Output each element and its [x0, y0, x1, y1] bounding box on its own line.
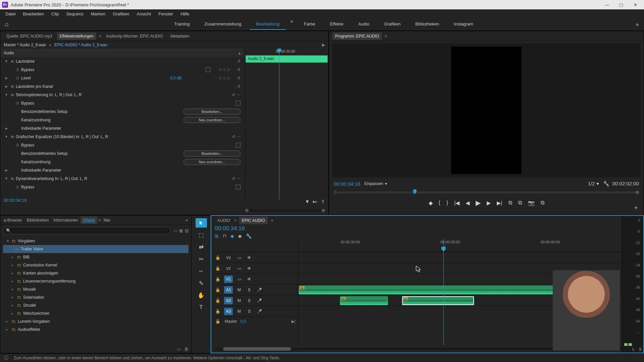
eq-params-disclosure[interactable]: ▶ [4, 169, 9, 172]
reset-icon[interactable]: ↺ [225, 134, 235, 139]
chan-disclosure[interactable]: ▶ [4, 85, 9, 88]
program-scrubber[interactable] [334, 189, 639, 195]
pen-tool[interactable]: ✎ [196, 279, 207, 288]
goto-in-icon[interactable]: |◀ [454, 200, 460, 206]
solo-button[interactable]: S [246, 286, 253, 294]
add-marker-icon[interactable]: ◆ [429, 200, 433, 206]
ec-clip-label[interactable]: EPIC AUDIO * Audio 2_9.wav [54, 43, 107, 47]
ec-timecode[interactable]: 00:00:34:16 [0, 196, 30, 204]
eq-bypass-checkbox[interactable] [236, 143, 240, 147]
program-timecode[interactable]: 00:00:34:16 [334, 181, 360, 187]
level-disclosure[interactable]: ▶ [4, 76, 9, 80]
workspace-menu-icon[interactable]: ≡ [288, 19, 295, 30]
button-editor-plus-icon[interactable]: ＋ [633, 203, 639, 212]
disclosure-icon[interactable]: ▸ [12, 263, 15, 267]
track-a3[interactable]: A3 [224, 308, 233, 315]
maximize-button[interactable]: ▢ [614, 1, 628, 9]
skip-icon[interactable]: ▶| [291, 319, 296, 324]
voice-map-button[interactable]: Neu zuordnen... [183, 117, 240, 123]
track-a1[interactable]: A1 [224, 286, 233, 294]
track-v3[interactable]: V3 [224, 256, 233, 260]
fx-badge-icon[interactable]: fx [9, 84, 16, 88]
razor-tool[interactable]: ✂ [196, 254, 207, 264]
mute-button[interactable]: M [235, 286, 243, 294]
zoom-handle[interactable] [223, 347, 291, 351]
mute-button[interactable]: M [235, 297, 243, 304]
disclosure-icon[interactable]: ▸ [12, 312, 15, 315]
step-back-icon[interactable]: ◀ [466, 200, 470, 206]
disclosure-icon[interactable]: ▸ [12, 280, 15, 283]
fx-badge-icon[interactable]: fx [9, 93, 16, 97]
tab-media-browser[interactable]: a-Browser [2, 217, 24, 224]
new-bin-icon[interactable]: ▭ [177, 347, 181, 352]
toggle-track-output-icon[interactable]: 👁 [246, 265, 253, 272]
workspace-audio[interactable]: Audio [352, 19, 375, 30]
slip-tool[interactable]: ↔ [196, 266, 207, 276]
eq-map-button[interactable]: Neu zuordnen... [183, 159, 240, 165]
audio-clip-a1[interactable]: fx [299, 285, 595, 295]
more-icon[interactable]: ⋯ [236, 134, 240, 139]
eq-setup-button[interactable]: Bearbeiten... [183, 150, 240, 157]
disclosure-icon[interactable]: ▸ [12, 288, 15, 291]
insert-mode-icon[interactable]: ⊞ [215, 233, 219, 239]
tab-metadata[interactable]: Metadaten [168, 33, 192, 40]
workspace-zusammenstellung[interactable]: Zusammenstellung [199, 19, 248, 30]
ec-zoom-track[interactable] [249, 209, 321, 212]
fx-weich[interactable]: Weichzeichner [23, 311, 49, 316]
ec-play-icon[interactable]: ▶ [322, 43, 325, 47]
lock-icon[interactable]: 🔓 [214, 308, 221, 315]
kf-next-icon[interactable]: ▷ [228, 76, 230, 80]
fx-badge-icon[interactable]: fx [9, 135, 16, 139]
workspace-grafiken[interactable]: Grafiken [378, 19, 407, 30]
lock-icon[interactable]: 🔓 [214, 254, 221, 261]
voice-setup-button[interactable]: Bearbeiten... [183, 109, 240, 115]
fx-lumetri[interactable]: Lumetri-Vorgaben [18, 319, 50, 324]
dyn-disclosure[interactable]: ▼ [4, 177, 9, 180]
reset-icon[interactable]: ↺ [230, 84, 240, 89]
kf-add-icon[interactable]: ◇ [223, 76, 226, 80]
ec-master-label[interactable]: Master * Audio 2_9.wav [4, 43, 46, 47]
time-ruler[interactable]: 00:00:30:00 00:00:35:00 00:00:40:00 00:1 [299, 239, 643, 252]
fx-mosaik[interactable]: Mosaik [23, 287, 36, 292]
snap-icon[interactable]: ⊓ [223, 233, 226, 239]
reset-icon[interactable]: ↺ [230, 59, 240, 64]
menu-datei[interactable]: Datei [2, 10, 19, 18]
voice-over-icon[interactable]: 🎤 [256, 297, 263, 304]
mark-out-icon[interactable]: } [446, 200, 448, 206]
voice-params-disclosure[interactable]: ▶ [4, 127, 9, 130]
home-button[interactable]: ⌂ [0, 18, 13, 31]
fx-accel-filter-icon[interactable]: ▦ [179, 228, 183, 233]
workspace-farbe[interactable]: Farbe [298, 19, 321, 30]
comparison-icon[interactable]: ⧉ [541, 200, 544, 206]
effect-controls-timeline[interactable]: 00:00:35:00 Audio 2_9.wav [245, 49, 328, 199]
mark-in-icon[interactable]: { [439, 200, 440, 206]
lift-icon[interactable]: ⧉ [508, 200, 512, 206]
workspace-effekte[interactable]: Effekte [324, 19, 350, 30]
timeline-settings-icon[interactable]: 🔧 [246, 233, 252, 239]
ripple-edit-tool[interactable]: ⇄ [196, 242, 207, 252]
type-tool[interactable]: T [196, 303, 207, 312]
disclosure-icon[interactable]: ▸ [12, 272, 15, 275]
mute-button[interactable]: M [235, 308, 243, 315]
eq-disclosure[interactable]: ▼ [4, 135, 9, 138]
toggle-track-output-icon[interactable]: 👁 [246, 254, 253, 261]
workspace-bearbeitung[interactable]: Bearbeitung [250, 19, 285, 30]
timeline-timecode[interactable]: 00:00:34:16 [215, 225, 252, 232]
fx-badge-icon[interactable]: fx [9, 59, 16, 63]
scrub-handle-right[interactable] [636, 191, 639, 194]
effects-search-input[interactable]: 🔍 [3, 227, 171, 234]
dyn-bypass-checkbox[interactable] [236, 185, 240, 189]
step-forward-icon[interactable]: ▶ [487, 200, 491, 206]
tab-close-icon[interactable]: × [234, 218, 236, 223]
menu-fenster[interactable]: Fenster [155, 10, 176, 18]
track-select-tool[interactable]: ⬚ [196, 230, 207, 240]
fx-kanten[interactable]: Kanten abschrägen [23, 271, 58, 276]
vol-bypass-checkbox[interactable] [206, 67, 210, 72]
menu-bearbeiten[interactable]: Bearbeiten [19, 10, 47, 18]
vol-level-value[interactable]: 0,0 dB [170, 76, 210, 80]
goto-out-icon[interactable]: ▶| [497, 200, 502, 206]
track-v1[interactable]: V1 [224, 276, 233, 283]
ec-clip-bar[interactable]: Audio 2_9.wav [246, 55, 328, 63]
voice-disclosure[interactable]: ▼ [4, 93, 9, 97]
audio-clip-a2-1[interactable]: fx [340, 296, 388, 305]
